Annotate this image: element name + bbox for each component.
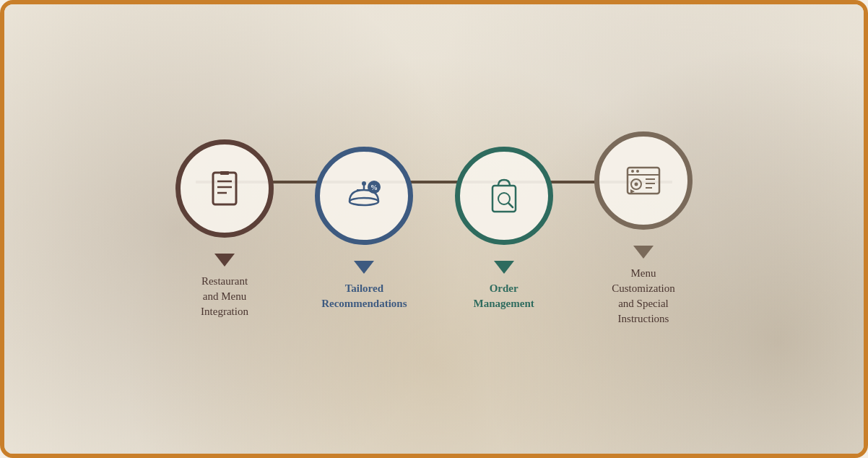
circle-3 xyxy=(455,147,553,245)
circle-2: % xyxy=(315,147,413,245)
svg-point-16 xyxy=(631,170,634,173)
svg-text:%: % xyxy=(370,183,378,191)
svg-point-19 xyxy=(634,183,638,186)
settings-icon xyxy=(622,159,665,202)
main-content: Restaurantand MenuIntegration xyxy=(4,4,864,454)
svg-line-13 xyxy=(508,203,513,207)
circle-4 xyxy=(594,131,693,230)
svg-rect-0 xyxy=(213,173,236,204)
outer-frame: Restaurantand MenuIntegration xyxy=(0,0,868,458)
arrow-4 xyxy=(633,246,654,259)
feature-tailored-recommendations: % TailoredRecommendations xyxy=(299,147,429,311)
arrow-2 xyxy=(354,261,374,274)
label-restaurant: Restaurantand MenuIntegration xyxy=(201,274,248,319)
svg-point-8 xyxy=(362,181,366,186)
svg-point-17 xyxy=(636,170,639,173)
timeline-wrapper: Restaurantand MenuIntegration xyxy=(160,131,708,327)
feature-order-management: OrderManagement xyxy=(439,147,569,311)
icons-row: Restaurantand MenuIntegration xyxy=(160,131,708,327)
arrow-3 xyxy=(494,261,514,274)
feature-restaurant-integration: Restaurantand MenuIntegration xyxy=(160,139,290,319)
arrow-1 xyxy=(214,254,235,267)
label-customization: MenuCustomizationand SpecialInstructions xyxy=(612,266,675,327)
menu-icon xyxy=(203,167,246,210)
order-icon xyxy=(482,174,526,217)
svg-point-5 xyxy=(350,198,378,205)
svg-rect-4 xyxy=(220,171,229,175)
feature-menu-customization: MenuCustomizationand SpecialInstructions xyxy=(578,131,708,327)
circle-1 xyxy=(175,139,274,238)
dish-discount-icon: % xyxy=(342,174,386,217)
label-tailored: TailoredRecommendations xyxy=(321,281,407,311)
label-order: OrderManagement xyxy=(474,281,534,311)
